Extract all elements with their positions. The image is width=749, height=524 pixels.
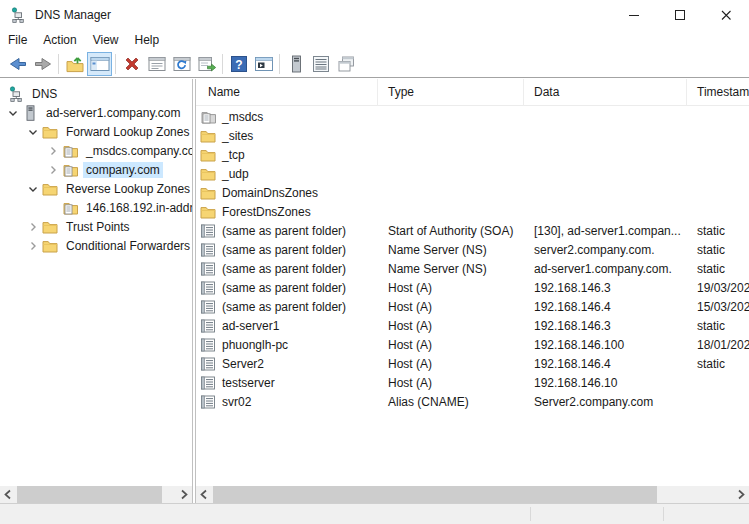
cell-name: ForestDnsZones bbox=[222, 205, 311, 219]
list-row-host-a-2[interactable]: (same as parent folder) Host (A) 192.168… bbox=[196, 297, 749, 316]
up-one-level-button[interactable] bbox=[62, 52, 87, 76]
list-row-testserver[interactable]: testserver Host (A) 192.168.146.10 bbox=[196, 373, 749, 392]
list-row-svr02[interactable]: svr02 Alias (CNAME) Server2.company.com bbox=[196, 392, 749, 411]
tree-item-conditional-forwarders[interactable]: Conditional Forwarders bbox=[0, 236, 192, 255]
new-console-window-button[interactable] bbox=[251, 52, 276, 76]
chevron-right-icon[interactable] bbox=[24, 219, 42, 235]
cell-type: Host (A) bbox=[378, 300, 524, 314]
chevron-right-icon[interactable] bbox=[44, 143, 62, 159]
tree-item-reverse-zone[interactable]: 146.168.192.in-addr.arpa bbox=[0, 198, 192, 217]
cell-type: Host (A) bbox=[378, 319, 524, 333]
cell-name: svr02 bbox=[222, 395, 251, 409]
console-tree-pane: DNS ad-server1.company.com Forward Looku… bbox=[0, 79, 192, 503]
tree-item-company-com[interactable]: company.com bbox=[0, 160, 192, 179]
tree-item-label: Conditional Forwarders bbox=[63, 238, 192, 254]
tree-item-reverse-lookup-zones[interactable]: Reverse Lookup Zones bbox=[0, 179, 192, 198]
list-row-phuonglh-pc[interactable]: phuonglh-pc Host (A) 192.168.146.100 18/… bbox=[196, 335, 749, 354]
cell-data: 192.168.146.4 bbox=[524, 357, 687, 371]
menu-view[interactable]: View bbox=[85, 31, 127, 50]
chevron-right-icon[interactable] bbox=[44, 162, 62, 178]
column-header-data[interactable]: Data bbox=[524, 79, 687, 106]
maximize-button[interactable] bbox=[657, 0, 703, 30]
export-list-button[interactable] bbox=[194, 52, 219, 76]
list-row-sites[interactable]: _sites bbox=[196, 126, 749, 145]
list-row-msdcs[interactable]: _msdcs bbox=[196, 107, 749, 126]
list-row-server2[interactable]: Server2 Host (A) 192.168.146.4 static bbox=[196, 354, 749, 373]
cell-data: server2.company.com. bbox=[524, 243, 687, 257]
cell-data: 192.168.146.100 bbox=[524, 338, 687, 352]
console-window-icon bbox=[254, 54, 274, 74]
minimize-button[interactable] bbox=[611, 0, 657, 30]
tree-item-forward-lookup-zones[interactable]: Forward Lookup Zones bbox=[0, 122, 192, 141]
status-bar bbox=[0, 503, 749, 524]
close-button[interactable] bbox=[703, 0, 749, 30]
tree-item-dns-root[interactable]: DNS bbox=[0, 84, 192, 103]
cell-timestamp: 15/03/202 bbox=[687, 300, 749, 314]
scroll-left-button[interactable] bbox=[196, 486, 213, 503]
list-row-host-a-1[interactable]: (same as parent folder) Host (A) 192.168… bbox=[196, 278, 749, 297]
chevron-right-icon[interactable] bbox=[24, 238, 42, 254]
zone-icon bbox=[62, 143, 78, 159]
column-header-timestamp[interactable]: Timestamp bbox=[687, 79, 749, 106]
list-row-domaindnszones[interactable]: DomainDnsZones bbox=[196, 183, 749, 202]
dns-root-icon bbox=[8, 86, 24, 102]
cell-timestamp: static bbox=[687, 243, 749, 257]
toolbar-separator bbox=[58, 54, 59, 74]
menu-file[interactable]: File bbox=[0, 31, 35, 50]
list-row-ns-record-1[interactable]: (same as parent folder) Name Server (NS)… bbox=[196, 240, 749, 259]
chevron-down-icon[interactable] bbox=[24, 181, 42, 197]
tree-horizontal-scrollbar[interactable] bbox=[0, 486, 192, 503]
scrollbar-thumb[interactable] bbox=[213, 486, 657, 503]
list-row-soa-record[interactable]: (same as parent folder) Start of Authori… bbox=[196, 221, 749, 240]
cell-data: 192.168.146.3 bbox=[524, 319, 687, 333]
tree-item-msdcs-zone[interactable]: _msdcs.company.com bbox=[0, 141, 192, 160]
scroll-left-button[interactable] bbox=[0, 486, 17, 503]
cell-timestamp: static bbox=[687, 319, 749, 333]
export-list-icon bbox=[197, 54, 217, 74]
back-button[interactable] bbox=[5, 52, 30, 76]
tree-item-label: 146.168.192.in-addr.arpa bbox=[83, 200, 192, 216]
tree-item-trust-points[interactable]: Trust Points bbox=[0, 217, 192, 236]
tree-item-label: _msdcs.company.com bbox=[83, 143, 192, 159]
tree-item-ad-server1[interactable]: ad-server1.company.com bbox=[0, 103, 192, 122]
record-list-icon bbox=[311, 54, 331, 74]
list-row-ad-server1[interactable]: ad-server1 Host (A) 192.168.146.3 static bbox=[196, 316, 749, 335]
list-row-tcp[interactable]: _tcp bbox=[196, 145, 749, 164]
list-row-ns-record-2[interactable]: (same as parent folder) Name Server (NS)… bbox=[196, 259, 749, 278]
refresh-button[interactable] bbox=[169, 52, 194, 76]
list-row-udp[interactable]: _udp bbox=[196, 164, 749, 183]
cell-data: [130], ad-server1.compan... bbox=[524, 224, 687, 238]
forward-icon bbox=[33, 54, 53, 74]
folder-icon bbox=[200, 204, 216, 220]
delete-button[interactable] bbox=[119, 52, 144, 76]
cell-name: testserver bbox=[222, 376, 275, 390]
cell-type: Name Server (NS) bbox=[378, 262, 524, 276]
properties-button[interactable] bbox=[144, 52, 169, 76]
forward-button[interactable] bbox=[30, 52, 55, 76]
list-row-forestdnszones[interactable]: ForestDnsZones bbox=[196, 202, 749, 221]
scroll-right-button[interactable] bbox=[175, 486, 192, 503]
chevron-down-icon[interactable] bbox=[24, 124, 42, 140]
scrollbar-thumb[interactable] bbox=[17, 486, 162, 503]
record-icon bbox=[200, 261, 216, 277]
show-hide-console-tree-button[interactable] bbox=[87, 52, 112, 76]
paste-button[interactable] bbox=[333, 52, 358, 76]
help-button[interactable] bbox=[226, 52, 251, 76]
tree-item-label: Reverse Lookup Zones bbox=[63, 181, 192, 197]
menu-help[interactable]: Help bbox=[127, 31, 168, 50]
expander-spacer bbox=[44, 200, 62, 216]
menu-action[interactable]: Action bbox=[35, 31, 84, 50]
scroll-right-button[interactable] bbox=[732, 486, 749, 503]
list-horizontal-scrollbar[interactable] bbox=[196, 486, 749, 503]
chevron-down-icon[interactable] bbox=[4, 105, 22, 121]
window-title: DNS Manager bbox=[35, 8, 111, 22]
zone-gray-icon bbox=[200, 109, 216, 125]
column-header-name[interactable]: Name bbox=[196, 79, 378, 106]
column-header-type[interactable]: Type bbox=[378, 79, 524, 106]
dns-server-button[interactable] bbox=[283, 52, 308, 76]
folder-icon bbox=[42, 181, 58, 197]
record-list-button[interactable] bbox=[308, 52, 333, 76]
tree-item-label: DNS bbox=[29, 86, 60, 102]
server-icon bbox=[22, 105, 38, 121]
cell-type: Name Server (NS) bbox=[378, 243, 524, 257]
